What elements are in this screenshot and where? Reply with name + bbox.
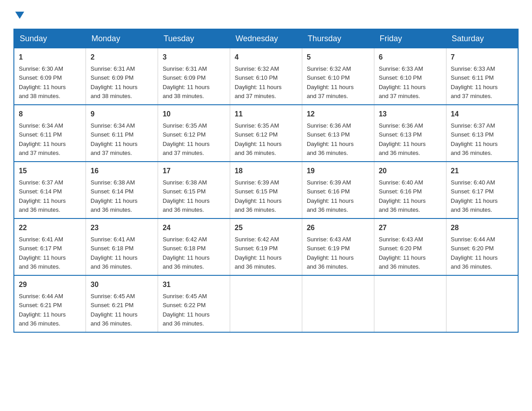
calendar-cell: 21 Sunrise: 6:40 AMSunset: 6:17 PMDaylig… [446, 162, 518, 218]
calendar-cell [446, 275, 518, 332]
day-info: Sunrise: 6:31 AMSunset: 6:09 PMDaylight:… [163, 65, 210, 99]
day-info: Sunrise: 6:43 AMSunset: 6:19 PMDaylight:… [307, 236, 354, 270]
day-info: Sunrise: 6:36 AMSunset: 6:13 PMDaylight:… [379, 122, 426, 156]
weekday-header-row: SundayMondayTuesdayWednesdayThursdayFrid… [14, 29, 518, 48]
day-info: Sunrise: 6:34 AMSunset: 6:11 PMDaylight:… [19, 122, 66, 156]
calendar-cell [374, 275, 446, 332]
day-info: Sunrise: 6:38 AMSunset: 6:15 PMDaylight:… [163, 179, 210, 213]
calendar-cell: 19 Sunrise: 6:39 AMSunset: 6:16 PMDaylig… [302, 162, 374, 218]
day-number: 29 [19, 279, 81, 290]
calendar-cell: 9 Sunrise: 6:34 AMSunset: 6:11 PMDayligh… [86, 105, 158, 162]
calendar-cell: 25 Sunrise: 6:42 AMSunset: 6:19 PMDaylig… [230, 218, 302, 275]
calendar-cell: 28 Sunrise: 6:44 AMSunset: 6:20 PMDaylig… [446, 218, 518, 275]
calendar-week-row-2: 8 Sunrise: 6:34 AMSunset: 6:11 PMDayligh… [14, 105, 518, 162]
day-number: 21 [451, 166, 513, 176]
day-info: Sunrise: 6:30 AMSunset: 6:09 PMDaylight:… [19, 65, 66, 99]
day-info: Sunrise: 6:35 AMSunset: 6:12 PMDaylight:… [163, 122, 210, 156]
day-info: Sunrise: 6:42 AMSunset: 6:19 PMDaylight:… [235, 236, 282, 270]
weekday-header-thursday: Thursday [302, 29, 374, 48]
weekday-header-saturday: Saturday [446, 29, 518, 48]
calendar-cell: 2 Sunrise: 6:31 AMSunset: 6:09 PMDayligh… [86, 48, 158, 105]
day-number: 4 [235, 52, 297, 63]
calendar-week-row-1: 1 Sunrise: 6:30 AMSunset: 6:09 PMDayligh… [14, 48, 518, 105]
day-info: Sunrise: 6:45 AMSunset: 6:21 PMDaylight:… [90, 293, 137, 327]
weekday-header-monday: Monday [86, 29, 158, 48]
day-info: Sunrise: 6:44 AMSunset: 6:20 PMDaylight:… [451, 236, 498, 270]
calendar-cell: 23 Sunrise: 6:41 AMSunset: 6:18 PMDaylig… [86, 218, 158, 275]
day-number: 25 [235, 223, 297, 233]
day-info: Sunrise: 6:40 AMSunset: 6:16 PMDaylight:… [379, 179, 426, 213]
day-info: Sunrise: 6:37 AMSunset: 6:13 PMDaylight:… [451, 122, 498, 156]
calendar-week-row-5: 29 Sunrise: 6:44 AMSunset: 6:21 PMDaylig… [14, 275, 518, 332]
calendar-cell: 27 Sunrise: 6:43 AMSunset: 6:20 PMDaylig… [374, 218, 446, 275]
day-number: 13 [379, 109, 442, 120]
calendar-cell: 18 Sunrise: 6:39 AMSunset: 6:15 PMDaylig… [230, 162, 302, 218]
calendar-cell: 11 Sunrise: 6:35 AMSunset: 6:12 PMDaylig… [230, 105, 302, 162]
svg-marker-0 [15, 12, 24, 19]
calendar-cell: 3 Sunrise: 6:31 AMSunset: 6:09 PMDayligh… [158, 48, 230, 105]
day-info: Sunrise: 6:37 AMSunset: 6:14 PMDaylight:… [19, 179, 66, 213]
day-number: 23 [90, 223, 153, 233]
day-number: 30 [90, 279, 153, 290]
day-number: 12 [307, 109, 369, 120]
calendar-cell: 20 Sunrise: 6:40 AMSunset: 6:16 PMDaylig… [374, 162, 446, 218]
day-info: Sunrise: 6:39 AMSunset: 6:15 PMDaylight:… [235, 179, 282, 213]
calendar-cell: 15 Sunrise: 6:37 AMSunset: 6:14 PMDaylig… [14, 162, 86, 218]
page-header [13, 9, 519, 20]
day-info: Sunrise: 6:31 AMSunset: 6:09 PMDaylight:… [90, 65, 137, 99]
logo-triangle-icon [13, 9, 26, 21]
day-number: 16 [90, 166, 153, 176]
calendar-week-row-4: 22 Sunrise: 6:41 AMSunset: 6:17 PMDaylig… [14, 218, 518, 275]
calendar-cell: 6 Sunrise: 6:33 AMSunset: 6:10 PMDayligh… [374, 48, 446, 105]
calendar-cell: 1 Sunrise: 6:30 AMSunset: 6:09 PMDayligh… [14, 48, 86, 105]
weekday-header-sunday: Sunday [14, 29, 86, 48]
calendar-cell: 26 Sunrise: 6:43 AMSunset: 6:19 PMDaylig… [302, 218, 374, 275]
day-number: 3 [163, 52, 225, 63]
weekday-header-friday: Friday [374, 29, 446, 48]
calendar-cell: 30 Sunrise: 6:45 AMSunset: 6:21 PMDaylig… [86, 275, 158, 332]
day-number: 24 [163, 223, 225, 233]
day-info: Sunrise: 6:33 AMSunset: 6:11 PMDaylight:… [451, 65, 498, 99]
day-info: Sunrise: 6:32 AMSunset: 6:10 PMDaylight:… [235, 65, 282, 99]
calendar-cell: 31 Sunrise: 6:45 AMSunset: 6:22 PMDaylig… [158, 275, 230, 332]
day-number: 14 [451, 109, 513, 120]
day-number: 10 [163, 109, 225, 120]
calendar-week-row-3: 15 Sunrise: 6:37 AMSunset: 6:14 PMDaylig… [14, 162, 518, 218]
day-info: Sunrise: 6:38 AMSunset: 6:14 PMDaylight:… [90, 179, 137, 213]
calendar-cell: 17 Sunrise: 6:38 AMSunset: 6:15 PMDaylig… [158, 162, 230, 218]
day-number: 9 [90, 109, 153, 120]
logo [13, 9, 26, 20]
weekday-header-wednesday: Wednesday [230, 29, 302, 48]
calendar-cell: 12 Sunrise: 6:36 AMSunset: 6:13 PMDaylig… [302, 105, 374, 162]
day-number: 27 [379, 223, 442, 233]
day-number: 2 [90, 52, 153, 63]
calendar-cell: 24 Sunrise: 6:42 AMSunset: 6:18 PMDaylig… [158, 218, 230, 275]
day-number: 8 [19, 109, 81, 120]
day-info: Sunrise: 6:33 AMSunset: 6:10 PMDaylight:… [379, 65, 426, 99]
day-number: 22 [19, 223, 81, 233]
calendar-cell: 4 Sunrise: 6:32 AMSunset: 6:10 PMDayligh… [230, 48, 302, 105]
day-info: Sunrise: 6:40 AMSunset: 6:17 PMDaylight:… [451, 179, 498, 213]
calendar-table: SundayMondayTuesdayWednesdayThursdayFrid… [13, 29, 519, 333]
day-number: 5 [307, 52, 369, 63]
day-info: Sunrise: 6:44 AMSunset: 6:21 PMDaylight:… [19, 293, 66, 327]
day-number: 15 [19, 166, 81, 176]
day-number: 18 [235, 166, 297, 176]
calendar-cell: 5 Sunrise: 6:32 AMSunset: 6:10 PMDayligh… [302, 48, 374, 105]
calendar-cell: 14 Sunrise: 6:37 AMSunset: 6:13 PMDaylig… [446, 105, 518, 162]
day-info: Sunrise: 6:32 AMSunset: 6:10 PMDaylight:… [307, 65, 354, 99]
day-number: 17 [163, 166, 225, 176]
day-info: Sunrise: 6:34 AMSunset: 6:11 PMDaylight:… [90, 122, 137, 156]
day-number: 26 [307, 223, 369, 233]
day-info: Sunrise: 6:45 AMSunset: 6:22 PMDaylight:… [163, 293, 210, 327]
calendar-cell: 16 Sunrise: 6:38 AMSunset: 6:14 PMDaylig… [86, 162, 158, 218]
calendar-cell: 29 Sunrise: 6:44 AMSunset: 6:21 PMDaylig… [14, 275, 86, 332]
calendar-cell: 8 Sunrise: 6:34 AMSunset: 6:11 PMDayligh… [14, 105, 86, 162]
day-info: Sunrise: 6:41 AMSunset: 6:17 PMDaylight:… [19, 236, 66, 270]
day-number: 1 [19, 52, 81, 63]
day-info: Sunrise: 6:41 AMSunset: 6:18 PMDaylight:… [90, 236, 137, 270]
calendar-cell: 7 Sunrise: 6:33 AMSunset: 6:11 PMDayligh… [446, 48, 518, 105]
day-number: 11 [235, 109, 297, 120]
day-info: Sunrise: 6:43 AMSunset: 6:20 PMDaylight:… [379, 236, 426, 270]
day-number: 7 [451, 52, 513, 63]
